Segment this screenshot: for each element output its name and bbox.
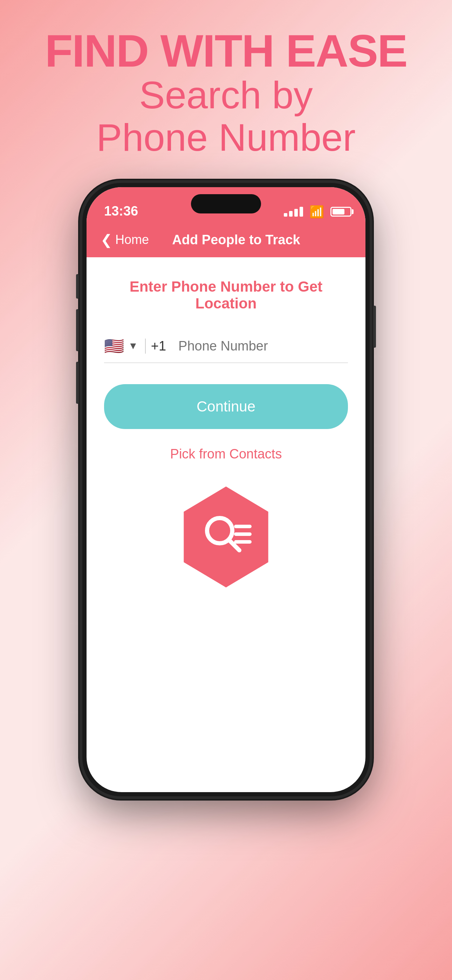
headline-line1: FIND WITH EASE bbox=[45, 28, 407, 73]
search-magnify-icon bbox=[198, 509, 254, 565]
wifi-icon: 📶 bbox=[309, 205, 324, 219]
app-icon-section bbox=[104, 483, 348, 591]
status-bar: 13:36 📶 bbox=[86, 187, 366, 222]
status-right-icons: 📶 bbox=[284, 205, 352, 219]
continue-button[interactable]: Continue bbox=[104, 384, 348, 429]
country-selector[interactable]: 🇺🇸 ▼ bbox=[104, 336, 138, 355]
back-chevron-icon: ❮ bbox=[100, 232, 113, 248]
nav-title: Add People to Track bbox=[149, 232, 323, 247]
country-code: +1 bbox=[145, 339, 171, 354]
flag-icon: 🇺🇸 bbox=[104, 336, 124, 355]
navigation-bar: ❮ Home Add People to Track bbox=[86, 222, 366, 257]
phone-input-row: 🇺🇸 ▼ +1 bbox=[104, 329, 348, 363]
phone-screen: 13:36 📶 bbox=[86, 187, 366, 792]
battery-icon bbox=[330, 207, 352, 216]
hex-main-color bbox=[179, 487, 273, 587]
power-button bbox=[373, 305, 376, 348]
battery-fill bbox=[333, 209, 344, 215]
headline-line3: Phone Number bbox=[45, 116, 407, 158]
volume-up-button bbox=[76, 309, 79, 351]
volume-down-button bbox=[76, 362, 79, 404]
phone-number-input[interactable] bbox=[178, 339, 348, 354]
status-time: 13:36 bbox=[104, 204, 138, 219]
content-area: Enter Phone Number to Get Location 🇺🇸 ▼ … bbox=[86, 257, 366, 612]
section-title: Enter Phone Number to Get Location bbox=[104, 278, 348, 312]
dynamic-island bbox=[191, 194, 261, 213]
phone-frame: 13:36 📶 bbox=[82, 183, 370, 796]
pick-contacts-link[interactable]: Pick from Contacts bbox=[104, 447, 348, 461]
phone-mockup: 13:36 📶 bbox=[82, 183, 370, 796]
dropdown-arrow-icon: ▼ bbox=[128, 340, 138, 352]
app-icon bbox=[175, 483, 277, 591]
headline-line2: Search by bbox=[45, 73, 407, 116]
silent-switch bbox=[76, 274, 79, 299]
header-section: FIND WITH EASE Search by Phone Number bbox=[45, 0, 407, 172]
back-button[interactable]: ❮ Home bbox=[100, 232, 149, 248]
back-label: Home bbox=[115, 232, 149, 247]
signal-icon bbox=[284, 207, 303, 216]
